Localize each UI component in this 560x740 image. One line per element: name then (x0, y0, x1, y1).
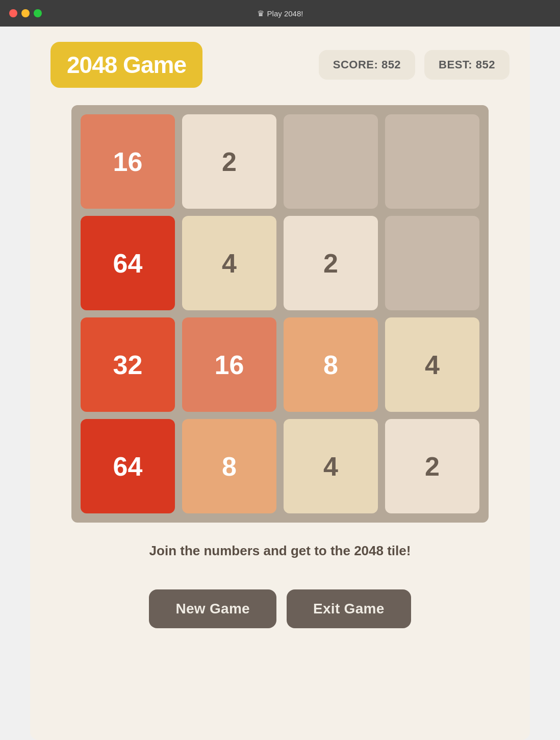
window-title-text: Play 2048! (267, 9, 303, 18)
best-value: BEST: 852 (439, 58, 495, 71)
exit-game-button[interactable]: Exit Game (287, 589, 411, 628)
instruction-text: Join the numbers and get to the 2048 til… (149, 543, 411, 559)
tile-1: 2 (182, 114, 276, 209)
minimize-button[interactable] (21, 9, 30, 17)
header: 2048 Game SCORE: 852 BEST: 852 (30, 27, 530, 100)
window-controls (9, 9, 42, 17)
tile-2 (284, 114, 378, 209)
tile-0: 16 (81, 114, 175, 209)
tile-13: 8 (182, 419, 276, 513)
tile-12: 64 (81, 419, 175, 513)
window-title: ♛ Play 2048! (257, 9, 303, 18)
score-badges: SCORE: 852 BEST: 852 (319, 50, 510, 80)
tile-4: 64 (81, 216, 175, 310)
tile-11: 4 (385, 317, 479, 412)
tile-9: 16 (182, 317, 276, 412)
titlebar: ♛ Play 2048! (0, 0, 560, 27)
score-value: SCORE: 852 (333, 58, 401, 71)
crown-icon: ♛ (257, 9, 264, 18)
close-button[interactable] (9, 9, 17, 17)
tile-7 (385, 216, 479, 310)
app-container: 2048 Game SCORE: 852 BEST: 852 162644232… (30, 27, 530, 740)
score-badge: SCORE: 852 (319, 50, 415, 80)
game-title: 2048 Game (67, 52, 186, 78)
tile-14: 4 (284, 419, 378, 513)
board-wrapper: 162644232168464842 (71, 105, 489, 523)
best-badge: BEST: 852 (424, 50, 510, 80)
game-title-badge: 2048 Game (50, 42, 202, 88)
tile-6: 2 (284, 216, 378, 310)
tile-10: 8 (284, 317, 378, 412)
game-board: 162644232168464842 (81, 114, 479, 513)
tile-3 (385, 114, 479, 209)
maximize-button[interactable] (34, 9, 42, 17)
action-buttons: New Game Exit Game (149, 589, 411, 628)
tile-5: 4 (182, 216, 276, 310)
new-game-button[interactable]: New Game (149, 589, 276, 628)
tile-8: 32 (81, 317, 175, 412)
tile-15: 2 (385, 419, 479, 513)
